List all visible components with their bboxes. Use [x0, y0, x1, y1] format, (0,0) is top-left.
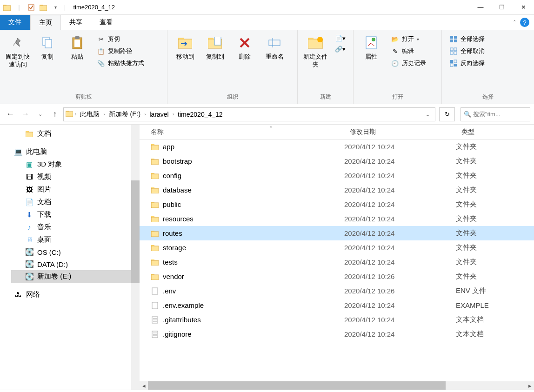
col-name[interactable]: 名称 [140, 128, 344, 136]
tree-thispc[interactable]: 💻此电脑 [11, 146, 140, 158]
file-row[interactable]: app2020/4/12 10:24文件夹 [140, 140, 534, 154]
pin-button[interactable]: 固定到快速访问 [3, 33, 33, 71]
maximize-button[interactable]: ☐ [491, 0, 513, 15]
col-date[interactable]: 修改日期 [344, 128, 456, 136]
rename-button[interactable]: 重命名 [260, 33, 289, 63]
file-row[interactable]: tests2020/4/12 10:24文件夹 [140, 255, 534, 269]
crumb-drive[interactable]: 新加卷 (E:) [107, 109, 142, 120]
file-type: 文件夹 [456, 142, 534, 151]
svg-rect-9 [75, 36, 80, 39]
invert-button[interactable]: 反向选择 [447, 58, 487, 69]
tree-3dobjects[interactable]: ▣3D 对象 [11, 158, 140, 171]
file-row[interactable]: public2020/4/12 10:24文件夹 [140, 197, 534, 212]
pasteshortcut-button[interactable]: 📎粘贴快捷方式 [94, 58, 147, 69]
tree-datad[interactable]: 💽DATA (D:) [11, 258, 140, 270]
newfolder-button[interactable]: 新建文件夹 [300, 33, 330, 71]
tab-view[interactable]: 查看 [91, 15, 121, 30]
file-name: vendor [163, 272, 184, 280]
file-row[interactable]: <">.env2020/4/12 10:26ENV 文件 [140, 284, 534, 298]
history-icon: 🕘 [391, 59, 399, 67]
chevron-right-icon[interactable]: › [74, 112, 77, 117]
file-row[interactable]: config2020/4/12 10:24文件夹 [140, 168, 534, 183]
copy-button[interactable]: 复制 [33, 33, 62, 63]
svg-rect-29 [454, 52, 457, 54]
hscroll-thumb[interactable] [148, 381, 446, 390]
file-row[interactable]: bootstrap2020/4/12 10:24文件夹 [140, 154, 534, 168]
tab-file[interactable]: 文件 [0, 15, 30, 30]
folder2-qat-icon[interactable] [39, 3, 47, 12]
tree-downloads[interactable]: ⬇下载 [11, 208, 140, 221]
file-name: .gitattributes [163, 316, 201, 324]
navigation-tree[interactable]: 文档 💻此电脑 ▣3D 对象 🎞视频 🖼图片 📄文档 ⬇下载 ♪音乐 🖥桌面 💽… [0, 125, 140, 390]
file-row[interactable]: database2020/4/12 10:24文件夹 [140, 183, 534, 197]
selectall-button[interactable]: 全部选择 [447, 33, 487, 45]
breadcrumb[interactable]: › 此电脑 › 新加卷 (E:) › laravel › time2020_4_… [63, 107, 435, 121]
copyto-button[interactable]: 复制到 [200, 33, 230, 63]
tab-share[interactable]: 共享 [61, 15, 91, 30]
tree-newe[interactable]: 💽新加卷 (E:) [11, 270, 140, 283]
nav-row: ← → ⌄ ↑ › 此电脑 › 新加卷 (E:) › laravel › tim… [0, 104, 534, 125]
back-button[interactable]: ← [4, 108, 17, 121]
crumb-pc[interactable]: 此电脑 [78, 109, 101, 120]
column-headers[interactable]: 名称 修改日期 类型 [140, 125, 534, 140]
tree-osc[interactable]: 💽OS (C:) [11, 246, 140, 258]
forward-button[interactable]: → [19, 108, 32, 121]
help-icon[interactable]: ? [520, 18, 529, 27]
moveto-button[interactable]: 移动到 [170, 33, 200, 63]
tree-network[interactable]: 🖧网络 [11, 288, 140, 301]
sidebar-scrollthumb[interactable] [131, 180, 140, 283]
chevron-right-icon[interactable]: › [143, 112, 147, 117]
selectnone-button[interactable]: 全部取消 [447, 46, 487, 57]
paste-button[interactable]: 粘贴 [62, 33, 92, 63]
col-type[interactable]: 类型 [456, 128, 534, 136]
close-button[interactable]: ✕ [513, 0, 534, 15]
file-row[interactable]: routes2020/4/12 10:24文件夹 [140, 226, 534, 240]
refresh-button[interactable]: ↻ [439, 107, 455, 121]
edit-button[interactable]: ✎编辑 [388, 46, 429, 57]
folder-crumb-icon [66, 110, 73, 118]
newitem-icon[interactable]: 📄▾ [332, 33, 348, 43]
group-select-label: 选择 [442, 91, 534, 104]
file-type: 文件夹 [456, 157, 534, 166]
minimize-button[interactable]: ― [470, 0, 491, 15]
copypath-button[interactable]: 📋复制路径 [94, 46, 147, 57]
file-type: 文件夹 [456, 229, 534, 238]
chevron-right-icon[interactable]: › [102, 112, 106, 117]
file-date: 2020/4/12 10:24 [344, 215, 456, 223]
tree-videos[interactable]: 🎞视频 [11, 171, 140, 183]
properties-button[interactable]: 属性 [356, 33, 386, 63]
file-row[interactable]: <">.env.example2020/4/12 10:24EXAMPLE [140, 298, 534, 312]
collapse-ribbon-icon[interactable]: ˄ [513, 19, 516, 26]
recent-dd-icon[interactable]: ⌄ [33, 108, 47, 121]
breadcrumb-dropdown-icon[interactable]: ⌄ [422, 111, 433, 118]
scroll-left-icon[interactable]: ◂ [140, 381, 148, 390]
open-button[interactable]: 📂打开▾ [388, 33, 429, 45]
up-button[interactable]: ↑ [48, 108, 61, 121]
search-input[interactable]: 🔍 搜索"tim... [461, 107, 530, 121]
file-row[interactable]: .gitignore2020/4/12 10:24文本文档 [140, 327, 534, 341]
qat-dropdown-icon[interactable]: ▾ [51, 3, 60, 12]
file-row[interactable]: .gitattributes2020/4/12 10:24文本文档 [140, 312, 534, 327]
tree-desktop[interactable]: 🖥桌面 [11, 233, 140, 246]
tree-documents[interactable]: 文档 [11, 127, 140, 140]
file-type: 文件夹 [456, 171, 534, 180]
file-row[interactable]: resources2020/4/12 10:24文件夹 [140, 212, 534, 226]
horizontal-scrollbar[interactable]: ◂ ▸ [140, 381, 534, 390]
file-row[interactable]: vendor2020/4/12 10:26文件夹 [140, 269, 534, 284]
delete-button[interactable]: 删除 [230, 33, 260, 63]
file-list[interactable]: app2020/4/12 10:24文件夹bootstrap2020/4/12 … [140, 140, 534, 381]
tree-pictures[interactable]: 🖼图片 [11, 183, 140, 196]
crumb-laravel[interactable]: laravel [147, 110, 170, 119]
chevron-right-icon[interactable]: › [172, 112, 175, 117]
file-row[interactable]: storage2020/4/12 10:24文件夹 [140, 240, 534, 255]
cut-button[interactable]: ✂剪切 [94, 33, 147, 45]
easyaccess-icon[interactable]: 🔗▾ [332, 44, 348, 54]
crumb-current[interactable]: time2020_4_12 [176, 110, 225, 119]
checkbox-qat-icon[interactable] [27, 3, 35, 12]
svg-rect-43 [151, 174, 159, 179]
tab-home[interactable]: 主页 [30, 15, 61, 30]
tree-documents2[interactable]: 📄文档 [11, 196, 140, 208]
tree-music[interactable]: ♪音乐 [11, 221, 140, 233]
scroll-right-icon[interactable]: ▸ [526, 381, 534, 390]
history-button[interactable]: 🕘历史记录 [388, 58, 429, 69]
